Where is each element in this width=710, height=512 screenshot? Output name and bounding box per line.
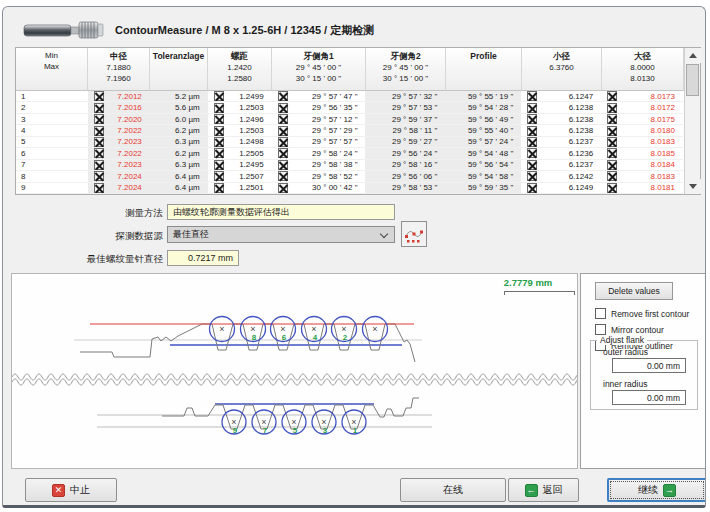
measure-checkbox[interactable] <box>607 91 617 101</box>
cell-value: 6.4 µm <box>150 183 208 192</box>
measure-checkbox[interactable] <box>607 114 617 124</box>
measure-checkbox[interactable] <box>527 183 537 193</box>
probe-points-button[interactable] <box>401 221 427 247</box>
measure-checkbox[interactable] <box>607 103 617 113</box>
table-row[interactable]: 77.20236.3 µm1.249529 ° 58 ' 38 "29 ° 58… <box>16 160 683 171</box>
cell-minor-diameter: 6.1237 <box>521 160 601 171</box>
measure-checkbox[interactable] <box>527 148 537 158</box>
method-field[interactable]: 由螺纹轮廓测量数据评估得出 <box>167 204 395 220</box>
measure-checkbox[interactable] <box>214 160 224 170</box>
table-row[interactable]: 97.20246.4 µm1.250130 ° 00 ' 42 "29 ° 58… <box>16 183 683 194</box>
mirror-contour-checkbox[interactable] <box>595 324 606 335</box>
measure-checkbox[interactable] <box>527 126 537 136</box>
measure-checkbox[interactable] <box>607 171 617 181</box>
scrollbar-thumb[interactable] <box>686 64 699 96</box>
cell-value: 8.0185 <box>617 149 683 158</box>
online-label: 在线 <box>443 483 463 497</box>
measure-checkbox[interactable] <box>527 103 537 113</box>
measure-checkbox[interactable] <box>214 148 224 158</box>
inner-radius-input[interactable]: 0.00 mm <box>612 390 686 405</box>
table-row[interactable]: 37.20206.0 µm1.249629 ° 57 ' 12 "29 ° 59… <box>16 114 683 125</box>
measure-checkbox[interactable] <box>94 183 104 193</box>
measure-checkbox[interactable] <box>278 114 288 124</box>
scroll-down-button[interactable] <box>685 179 701 194</box>
back-button[interactable]: ← 返回 <box>508 478 579 502</box>
cell-minor-diameter: 6.1249 <box>521 183 601 194</box>
measure-checkbox[interactable] <box>94 148 104 158</box>
measure-checkbox[interactable] <box>214 91 224 101</box>
measure-checkbox[interactable] <box>527 114 537 124</box>
measure-checkbox[interactable] <box>94 160 104 170</box>
scroll-up-button[interactable] <box>685 48 701 63</box>
table-row[interactable]: 87.20246.4 µm1.250729 ° 58 ' 52 "29 ° 56… <box>16 171 683 182</box>
measure-checkbox[interactable] <box>607 148 617 158</box>
measure-checkbox[interactable] <box>214 171 224 181</box>
measure-checkbox[interactable] <box>607 137 617 147</box>
measure-checkbox[interactable] <box>607 183 617 193</box>
contour-plot-area[interactable]: ××8×6×4×2××9×7×5×3×1 2.7779 mm <box>11 273 578 469</box>
table-row[interactable]: 57.20236.3 µm1.249829 ° 57 ' 57 "29 ° 59… <box>16 137 683 148</box>
cell-pitch: 1.2499 <box>208 91 272 102</box>
measure-checkbox[interactable] <box>527 171 537 181</box>
cell-value: 6.1249 <box>537 183 601 192</box>
cell-flank-angle-1: 29 ° 57 ' 29 " <box>272 125 366 136</box>
outer-radius-input[interactable]: 0.00 mm <box>612 358 686 373</box>
remove-first-contour-checkbox[interactable] <box>595 308 606 319</box>
cell-value: 1.2507 <box>224 172 272 181</box>
svg-text:×: × <box>372 324 377 334</box>
cell-profile: 59 ° 54 ' 28 " <box>445 102 521 113</box>
measure-checkbox[interactable] <box>527 91 537 101</box>
remove-first-contour-option[interactable]: Remove first contour <box>595 307 689 320</box>
measure-checkbox[interactable] <box>278 171 288 181</box>
measure-checkbox[interactable] <box>94 171 104 181</box>
svg-text:4: 4 <box>313 333 318 342</box>
delete-values-button[interactable]: Delete values <box>595 282 673 300</box>
cell-row-number: 9 <box>16 183 88 194</box>
measure-checkbox[interactable] <box>214 183 224 193</box>
measure-checkbox[interactable] <box>214 114 224 124</box>
measure-checkbox[interactable] <box>278 183 288 193</box>
svg-text:2: 2 <box>343 333 348 342</box>
cell-value: 7.2024 <box>104 183 150 192</box>
online-button[interactable]: 在线 <box>400 478 506 502</box>
table-row[interactable]: 67.20226.2 µm1.250529 ° 58 ' 24 "29 ° 56… <box>16 148 683 159</box>
cell-value: 29 ° 58 ' 11 " <box>365 126 445 135</box>
measure-checkbox[interactable] <box>607 160 617 170</box>
table-scrollbar[interactable] <box>684 48 700 194</box>
table-row[interactable]: 27.20165.6 µm1.250329 ° 56 ' 35 "29 ° 57… <box>16 102 683 113</box>
cell-minor-diameter: 6.1236 <box>521 148 601 159</box>
measure-checkbox[interactable] <box>94 114 104 124</box>
measure-checkbox[interactable] <box>527 137 537 147</box>
measure-checkbox[interactable] <box>94 103 104 113</box>
measure-checkbox[interactable] <box>527 160 537 170</box>
measure-checkbox[interactable] <box>278 126 288 136</box>
cell-major-diameter: 8.0173 <box>601 91 683 102</box>
measure-checkbox[interactable] <box>278 103 288 113</box>
measure-checkbox[interactable] <box>214 103 224 113</box>
cell-minor-diameter: 6.1238 <box>521 125 601 136</box>
table-row[interactable]: 47.20226.2 µm1.250329 ° 57 ' 29 "29 ° 58… <box>16 125 683 136</box>
svg-text:9: 9 <box>233 426 238 435</box>
pin-diameter-field[interactable]: 0.7217 mm <box>167 250 239 266</box>
method-label: 测量方法 <box>31 207 163 220</box>
contour-plot[interactable]: ××8×6×4×2××9×7×5×3×1 <box>12 274 577 468</box>
measure-checkbox[interactable] <box>278 91 288 101</box>
measure-checkbox[interactable] <box>214 137 224 147</box>
table-header: MinMax中径7.18807.1960Toleranzlage螺距1.2420… <box>16 48 700 91</box>
measure-checkbox[interactable] <box>278 160 288 170</box>
measure-checkbox[interactable] <box>278 137 288 147</box>
measure-checkbox[interactable] <box>607 126 617 136</box>
source-dropdown[interactable]: 最佳直径 <box>167 226 395 243</box>
green-arrow-right-icon: → <box>663 484 676 497</box>
measure-checkbox[interactable] <box>214 126 224 136</box>
measure-checkbox[interactable] <box>94 137 104 147</box>
measure-checkbox[interactable] <box>94 126 104 136</box>
continue-button[interactable]: 继续 → <box>607 478 706 502</box>
cell-tolerance-position: 6.3 µm <box>150 160 208 171</box>
cell-value: 8.0184 <box>617 160 683 169</box>
table-row[interactable]: 17.20125.2 µm1.249929 ° 57 ' 47 "29 ° 57… <box>16 91 683 102</box>
measure-checkbox[interactable] <box>94 91 104 101</box>
measure-checkbox[interactable] <box>278 148 288 158</box>
cell-value: 1.2496 <box>224 115 272 124</box>
abort-button[interactable]: ✕ 中止 <box>25 478 117 502</box>
